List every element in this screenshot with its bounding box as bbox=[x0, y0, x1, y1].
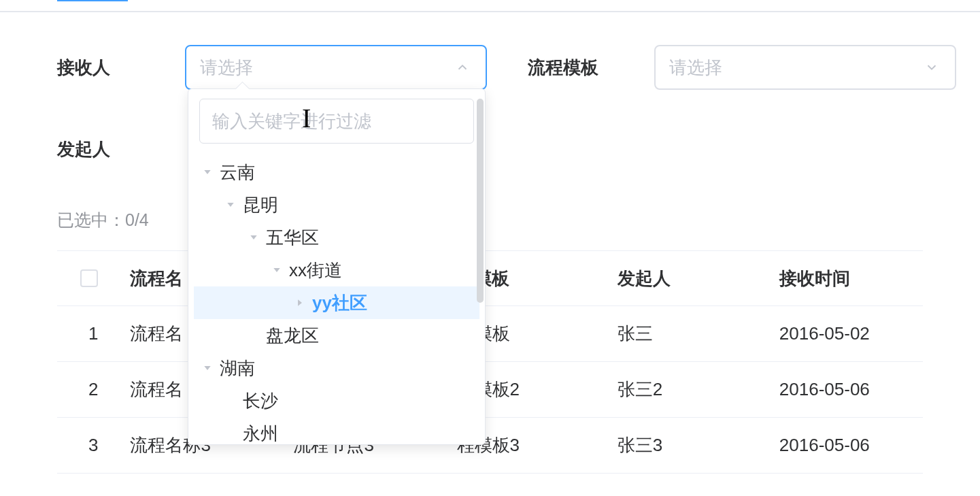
svg-marker-4 bbox=[298, 299, 302, 305]
receiver-dropdown-panel: 输入关键字进行过滤 I 云南 昆明 五华区 xx街道 yy社区 盘龙区 bbox=[188, 88, 486, 445]
row-time: 2016-05-06 bbox=[779, 379, 923, 400]
tree-label: 永州 bbox=[243, 422, 278, 446]
tree-label: 昆明 bbox=[243, 193, 278, 217]
caret-down-icon[interactable] bbox=[269, 265, 285, 275]
header-checkbox-cell bbox=[57, 269, 130, 287]
template-field: 流程模板 请选择 bbox=[528, 45, 956, 90]
region-tree: 云南 昆明 五华区 xx街道 yy社区 盘龙区 湖南 长沙 bbox=[194, 156, 479, 450]
tree-node-panlong[interactable]: 盘龙区 bbox=[194, 319, 479, 352]
tree-node-xxstreet[interactable]: xx街道 bbox=[194, 254, 479, 286]
initiator-field: 发起人 bbox=[57, 137, 185, 161]
receiver-select[interactable]: 请选择 bbox=[185, 45, 487, 90]
row-index: 1 bbox=[57, 323, 130, 344]
caret-down-icon[interactable] bbox=[199, 363, 216, 373]
tab-bar bbox=[0, 0, 980, 12]
process-table: 流程名 程模板 发起人 接收时间 1 流程名 程模板 张三 2016-05-02… bbox=[0, 250, 980, 474]
tree-node-wuhua[interactable]: 五华区 bbox=[194, 221, 479, 254]
tree-label: 盘龙区 bbox=[266, 324, 319, 348]
template-select[interactable]: 请选择 bbox=[654, 45, 956, 90]
selection-count-value: 0/4 bbox=[125, 210, 149, 229]
template-label: 流程模板 bbox=[528, 56, 654, 80]
tree-label: yy社区 bbox=[312, 291, 367, 315]
template-placeholder: 请选择 bbox=[669, 56, 922, 80]
receiver-placeholder: 请选择 bbox=[200, 56, 453, 80]
caret-right-icon[interactable] bbox=[292, 298, 308, 308]
tree-node-kunming[interactable]: 昆明 bbox=[194, 188, 479, 221]
receiver-label: 接收人 bbox=[57, 56, 185, 80]
tree-label: 湖南 bbox=[220, 357, 255, 380]
svg-marker-2 bbox=[250, 235, 256, 239]
active-tab-indicator bbox=[57, 0, 128, 1]
filter-form: 接收人 请选择 流程模板 请选择 发起人 bbox=[0, 12, 980, 161]
tree-node-yunnan[interactable]: 云南 bbox=[194, 156, 479, 188]
svg-marker-1 bbox=[227, 203, 233, 207]
row-time: 2016-05-02 bbox=[779, 323, 923, 344]
tree-filter-input[interactable]: 输入关键字进行过滤 I bbox=[199, 99, 474, 144]
svg-marker-5 bbox=[204, 366, 210, 370]
tree-label: xx街道 bbox=[289, 259, 342, 282]
row-index: 2 bbox=[57, 379, 130, 400]
table-row[interactable]: 1 流程名 程模板 张三 2016-05-02 bbox=[57, 306, 923, 362]
tree-node-yongzhou[interactable]: 永州 bbox=[194, 417, 479, 450]
chevron-down-icon bbox=[922, 58, 941, 77]
svg-marker-3 bbox=[273, 268, 280, 272]
row-index: 3 bbox=[57, 435, 130, 456]
selection-count-label: 已选中： bbox=[57, 210, 125, 229]
receiver-field: 接收人 请选择 bbox=[57, 45, 487, 90]
caret-down-icon[interactable] bbox=[222, 200, 239, 210]
header-initiator: 发起人 bbox=[618, 267, 779, 291]
row-initiator: 张三2 bbox=[618, 378, 779, 401]
svg-marker-0 bbox=[204, 170, 210, 174]
table-header-row: 流程名 程模板 发起人 接收时间 bbox=[57, 250, 923, 306]
tree-label: 长沙 bbox=[243, 389, 278, 413]
row-initiator: 张三3 bbox=[618, 433, 779, 457]
row-time: 2016-05-06 bbox=[779, 435, 923, 456]
table-row[interactable]: 3 流程名称3 流程节点3 程模板3 张三3 2016-05-06 bbox=[57, 418, 923, 474]
tree-label: 云南 bbox=[220, 161, 255, 184]
row-initiator: 张三 bbox=[618, 322, 779, 346]
header-checkbox[interactable] bbox=[80, 269, 98, 287]
caret-down-icon[interactable] bbox=[199, 167, 216, 177]
tree-node-hunan[interactable]: 湖南 bbox=[194, 352, 479, 384]
caret-down-icon[interactable] bbox=[246, 233, 262, 242]
tree-node-changsha[interactable]: 长沙 bbox=[194, 384, 479, 417]
tree-label: 五华区 bbox=[266, 226, 319, 250]
table-row[interactable]: 2 流程名 程模板2 张三2 2016-05-06 bbox=[57, 362, 923, 418]
tree-node-yycommunity[interactable]: yy社区 bbox=[194, 286, 479, 319]
dropdown-scrollbar[interactable] bbox=[477, 99, 484, 303]
initiator-label: 发起人 bbox=[57, 137, 185, 161]
chevron-up-icon bbox=[453, 58, 472, 77]
header-time: 接收时间 bbox=[779, 267, 923, 291]
selection-count: 已选中：0/4 bbox=[0, 209, 980, 231]
tree-filter-placeholder: 输入关键字进行过滤 bbox=[212, 110, 371, 133]
